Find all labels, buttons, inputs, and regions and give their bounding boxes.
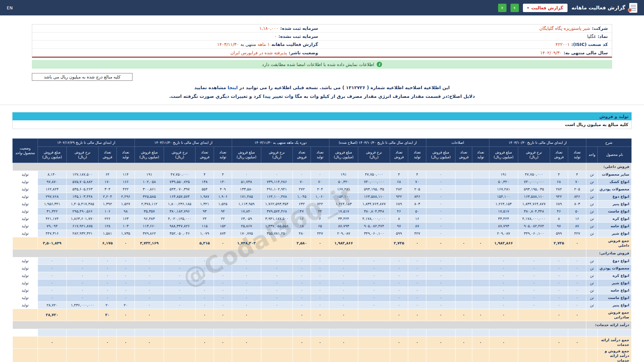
value-cell: ۷۰	[311, 178, 329, 186]
value-cell: ۰	[550, 272, 568, 280]
status-cell: تولید	[13, 171, 38, 178]
table-header-groups-row: شرحاز ابتدای سال مالی تا تاریخ ۱۴۰۳/۱۰/۳…	[13, 139, 632, 147]
info-cell: سال مالی منتهی به:۱۴۰۲/۰۹/۳۰	[322, 50, 612, 55]
header-cell: مبلغ فروش (میلیون ریال)	[135, 147, 164, 163]
value-cell: ۰	[568, 309, 586, 321]
next-report-button[interactable]: ›	[511, 4, 519, 12]
header-cell: از ابتدای سال مالی تا تاریخ ۱۴۰۳/۱۱/۳۰	[135, 139, 232, 147]
info-value: ۴۲۲۰۰۱	[555, 42, 570, 47]
product-name-cell: انواع شیر	[598, 280, 632, 287]
value-cell: ۲۸,۷۲۰	[38, 309, 67, 321]
value-cell: ۰	[390, 257, 408, 265]
unit-cell: تن	[586, 302, 598, 309]
value-cell: ۲۸,۷۲۰	[38, 302, 67, 309]
value-cell	[261, 329, 293, 337]
report-type-select[interactable]: گزارش فعالیت ▾	[523, 4, 568, 12]
value-cell: ۰	[489, 302, 518, 309]
value-cell	[67, 329, 99, 337]
value-cell: ۱,۳۲۱	[196, 200, 214, 208]
value-cell: ۵۴۳,۰۷۰,۳۹۷	[164, 186, 196, 193]
amendment-reason: دلایل اصلاح:در قسمت مقدار مصارف انرژي مق…	[32, 94, 612, 99]
value-cell: ۱,۹۸۳,۸۶۶	[329, 237, 358, 249]
value-cell: ۰	[408, 257, 426, 265]
value-cell: ۶۵	[311, 223, 329, 230]
value-cell: ۱,۸۰۰,۲۳۶,۱۸۵	[164, 200, 196, 208]
value-cell	[455, 265, 472, 272]
value-cell: ۰	[329, 280, 358, 287]
value-cell: ۲۸۲	[390, 186, 408, 193]
value-cell: ۰	[261, 265, 293, 272]
value-cell	[311, 349, 329, 362]
value-cell: ۰	[293, 302, 311, 309]
value-cell: ۰	[455, 237, 472, 249]
value-cell: ۰	[426, 186, 455, 193]
previous-version-link[interactable]: اینجا	[228, 85, 238, 90]
value-cell: ۶۸۹	[550, 200, 568, 208]
value-cell: ۰	[426, 193, 455, 200]
header-cell: اصلاحات	[426, 139, 489, 147]
value-cell: ۰	[135, 280, 164, 287]
prev-report-button[interactable]: ‹	[498, 4, 506, 12]
value-cell	[293, 329, 311, 337]
value-cell: ۱۲۸	[98, 223, 116, 230]
value-cell: ۰	[472, 337, 489, 349]
value-cell: ۸۰۳	[568, 200, 586, 208]
info-cell: سرمایه ثبت نشده:۰	[32, 34, 322, 39]
value-cell: ۰	[426, 178, 455, 186]
value-cell: ۳,۹۴۱,۱۸۷,۵۰۰	[261, 215, 293, 223]
value-cell: ۰	[426, 265, 455, 272]
value-cell: ۱,۵۲۵	[214, 200, 232, 208]
product-row: محصولات پودريتن۰۰۰۰۰۰۰۰۰۰۰۰۰۰۰۰۰۰۰۰۰تولی…	[13, 265, 632, 272]
value-cell: ۰	[117, 280, 135, 287]
value-cell: ۰	[390, 265, 408, 272]
value-cell: ۲۸۲,۹۳۲,۳۲۱	[67, 230, 99, 237]
value-cell: ۱۶۳,۵۸۸,۱۱۰	[358, 193, 390, 200]
language-toggle[interactable]: EN	[7, 5, 13, 10]
value-cell: ۰	[426, 230, 455, 237]
value-cell: ۹۷,۸۷۰	[38, 178, 67, 186]
value-cell	[261, 309, 293, 321]
value-cell: ۰	[214, 265, 232, 272]
value-cell	[311, 329, 329, 337]
value-cell: ۰	[489, 309, 518, 321]
value-cell: ۰	[426, 272, 455, 280]
value-cell	[472, 200, 489, 208]
value-cell: ۸۷۴	[214, 230, 232, 237]
value-cell: ۰	[311, 337, 329, 349]
value-cell: ۳۵,۳۵۷	[135, 208, 164, 215]
value-cell: ۰	[568, 265, 586, 272]
header-cell: نام محصول	[598, 147, 632, 163]
unit-cell	[586, 329, 598, 337]
value-cell: ۱۵۴,۱۰۰	[489, 193, 518, 200]
product-row: سایر محصولاتتن۴۴۴۷,۷۵۰,۰۰۰۱۹۱۰۴۴۴۷,۷۵۰,۰…	[13, 171, 632, 178]
value-cell: ۱۶۳,۸۵۷,۵۷۴	[164, 193, 196, 200]
value-cell: ۰	[261, 280, 293, 287]
value-cell: ۴۷,۷۵۰,۰۰۰	[358, 171, 390, 178]
value-cell: ۰	[472, 237, 489, 249]
info-label: سرمایه ثبت نشده:	[278, 34, 318, 39]
value-cell	[261, 337, 293, 349]
value-cell	[455, 257, 472, 265]
value-cell: ۶۴	[98, 171, 116, 178]
value-cell: ۸۷,۷۹۳	[329, 223, 358, 230]
header-cell: واحد	[586, 147, 598, 163]
value-cell: ۹۸۸,۳۴۷,۸۲۶	[164, 223, 196, 230]
section-label: درآمد ارائه خدمات:	[586, 321, 632, 329]
value-cell: ۰	[214, 337, 232, 349]
value-cell	[293, 349, 311, 362]
value-cell	[455, 294, 472, 302]
info-icon: i	[377, 62, 382, 67]
unit-cell: تن	[586, 178, 598, 186]
unit-cell: تن	[586, 272, 598, 280]
value-cell: ۱۵۴,۱۰۰	[329, 193, 358, 200]
value-cell: ۰	[38, 280, 67, 287]
section-filler	[13, 249, 586, 257]
product-row: انواع شیرتن۰۰۰۰۰۰۰۰۰۰۰۰۰۰۰۰۰۰۰۰۰تولید	[13, 280, 632, 287]
value-cell: ۰	[135, 257, 164, 265]
value-cell: ۴۷	[293, 208, 311, 215]
value-cell: ۲۰۵	[568, 186, 586, 193]
product-row: انواع پنیرتن۰۰۰۰۰۰۰۰۰۰۰۰۰۰۰۰۰۲۰۲۰۱,۴۳۶,۰…	[13, 302, 632, 309]
value-cell: ۰	[293, 280, 311, 287]
value-cell: ۶۸	[390, 178, 408, 186]
value-cell: ۱,۷۶۲,۵۹۳,۳۵۴	[261, 200, 293, 208]
